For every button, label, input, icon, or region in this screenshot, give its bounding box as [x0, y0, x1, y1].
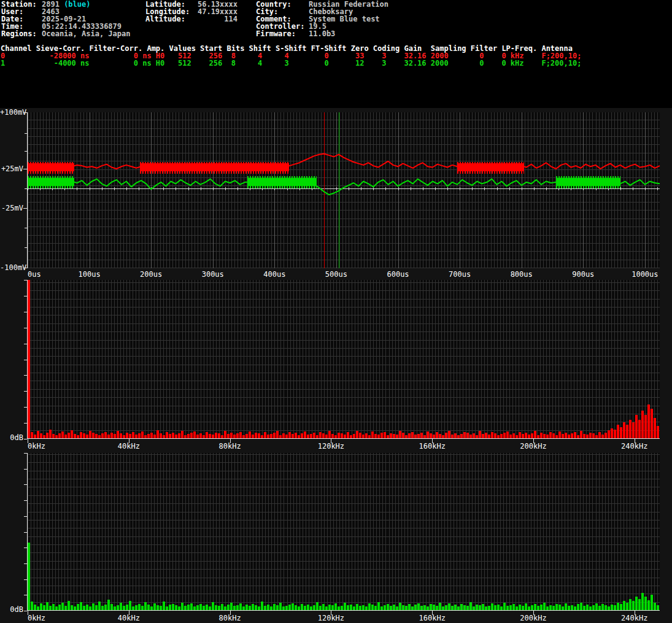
spectrum-bar	[203, 606, 205, 610]
spectrum-bar	[169, 434, 171, 438]
spectrum-bar	[215, 433, 217, 438]
spectrum-grid	[28, 453, 660, 611]
x-axis-label: 600us	[387, 271, 409, 279]
geo-info-row: Altitude:114	[145, 15, 238, 23]
spectrum-bar	[448, 431, 450, 438]
spectrum-bar	[120, 433, 122, 438]
spectrum-bar	[341, 433, 343, 438]
spectrum-bar	[249, 431, 251, 438]
spectrum-bar	[635, 415, 638, 438]
info-value: 114	[191, 15, 238, 23]
spectrum-bar	[46, 433, 48, 438]
spectrum-bar	[31, 602, 33, 610]
spectrum-bar	[261, 602, 263, 610]
spectrum-bar	[463, 432, 466, 438]
spectrum-bar	[307, 605, 309, 610]
spectrum-bar	[95, 434, 98, 438]
y-tick	[25, 188, 27, 189]
spectrum-bar	[488, 606, 490, 610]
spectrum-bar	[181, 431, 183, 438]
spectrum-bar	[258, 433, 260, 438]
info-label: Firmware:	[256, 30, 309, 37]
spectrum-bar	[436, 432, 438, 438]
spectrum-bar	[463, 605, 466, 610]
spectrum-bar	[405, 606, 407, 610]
spectrum-bar	[408, 433, 411, 438]
spectrum-bar	[519, 605, 521, 610]
spectrum-bar	[522, 434, 524, 438]
band-core-channel-0	[457, 163, 524, 171]
spectrum-bar	[555, 604, 558, 610]
spectrum-bar	[583, 434, 585, 438]
band-teeth-channel-1	[247, 186, 317, 188]
spectrum-bar	[77, 604, 79, 610]
y-tick	[25, 151, 27, 152]
spectrum-bar	[316, 602, 319, 610]
spectrum-bar	[166, 432, 168, 438]
spectrum-bar	[304, 606, 306, 610]
station-color-badge: (blue)	[60, 0, 91, 9]
spectrum-bar	[288, 605, 291, 610]
spectrum-bar	[356, 431, 358, 438]
x-axis-label: 80kHz	[219, 614, 241, 622]
spectrum-bar	[156, 605, 159, 610]
band-core-channel-1	[556, 178, 620, 186]
spectrum-bar	[328, 431, 331, 438]
spectrum-bar	[267, 605, 269, 610]
spectrum-bar	[531, 433, 533, 438]
db-tick	[24, 375, 27, 376]
spectrum-bar	[604, 605, 607, 610]
spectrum-bar	[34, 605, 36, 610]
spectrum-bar	[365, 433, 368, 438]
spectrum-bar	[423, 605, 426, 610]
spectrum-bar	[494, 605, 496, 610]
spectrum-bar	[374, 606, 377, 610]
y-tick	[25, 133, 27, 134]
spectrum-bar	[74, 434, 76, 438]
spectrum-bar	[408, 604, 411, 610]
db-tick	[24, 439, 27, 439]
spectrum-bar	[331, 434, 334, 438]
db-tick	[24, 312, 27, 312]
db-tick	[24, 595, 27, 595]
db-tick	[24, 563, 27, 564]
y-tick	[23, 208, 27, 209]
band-teeth-channel-0	[140, 171, 289, 174]
spectrum-bar	[43, 605, 45, 610]
spectrum-bar	[620, 604, 622, 610]
spectrum-bar	[565, 433, 567, 438]
x-axis-label: 900us	[572, 271, 594, 279]
spectrum-bar	[40, 433, 42, 438]
spectrum-bar	[479, 431, 481, 438]
spectrum-bar	[583, 606, 585, 610]
spectrum-bar	[52, 434, 55, 438]
spectrum-bar	[328, 605, 331, 610]
spectrum-bar	[313, 605, 315, 610]
spectrum-bar	[160, 606, 162, 610]
db-tick	[24, 548, 27, 548]
db-tick	[24, 453, 27, 454]
spectrum-bar	[571, 433, 573, 438]
spectrum-bar	[341, 606, 343, 610]
spectrum-bar	[322, 433, 325, 438]
waveform-grid	[28, 112, 660, 268]
spectrum-bar	[445, 433, 447, 438]
db-tick	[24, 484, 27, 485]
spectrum-bar	[49, 430, 52, 438]
spectrum-bar	[617, 425, 619, 438]
spectrum-bar	[641, 411, 644, 438]
spectrum-bar	[543, 434, 546, 438]
spectrum-bar	[199, 433, 202, 438]
spectrum-bar	[190, 603, 193, 610]
db-tick	[24, 500, 27, 501]
spectrum-bar	[402, 605, 404, 610]
x-axis-label: 120kHz	[318, 614, 344, 622]
station-info-left: Station:2891 (blue)User:2463Date:2025-09…	[1, 1, 131, 37]
spectrum-bar	[141, 606, 144, 610]
spectrum-bar	[285, 606, 288, 610]
spectrum-bar	[448, 603, 450, 610]
spectrum-bar	[301, 604, 303, 610]
spectrum-bar	[614, 430, 616, 438]
spectrum-bar	[31, 432, 33, 438]
spectrum-bar	[580, 431, 582, 438]
